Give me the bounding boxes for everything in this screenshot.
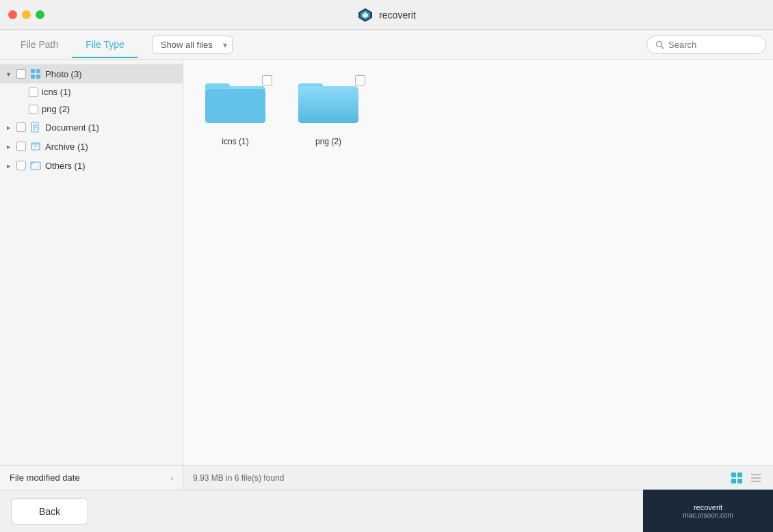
- svg-rect-21: [205, 89, 265, 123]
- filter-select[interactable]: Show all files Photos Videos Audio Docum…: [152, 36, 233, 54]
- file-modified-date-label: File modified date: [10, 473, 80, 483]
- svg-rect-29: [737, 479, 742, 483]
- tab-bar: File Path File Type Show all files Photo…: [0, 30, 773, 60]
- chevron-down-icon: ▾: [7, 70, 16, 78]
- document-checkbox[interactable]: [16, 122, 26, 132]
- title-bar: recoverit: [0, 0, 773, 30]
- photo-label: Photo (3): [45, 69, 81, 79]
- others-icon: [29, 159, 42, 172]
- others-checkbox[interactable]: [16, 161, 26, 170]
- sidebar-bottom-date[interactable]: File modified date ›: [0, 465, 183, 490]
- maximize-button[interactable]: [36, 10, 44, 19]
- filter-select-wrapper: Show all files Photos Videos Audio Docum…: [152, 36, 233, 54]
- bottom-bar: Back recoverit mac.orsoon.com: [0, 490, 773, 532]
- folder-icon-icns: [205, 78, 265, 126]
- sidebar-item-photo[interactable]: ▾ Photo (3): [0, 64, 183, 83]
- chevron-right-icon2: ▸: [7, 143, 16, 150]
- file-item-icns-checkbox[interactable]: [262, 75, 272, 85]
- file-item-png-checkbox[interactable]: [355, 75, 365, 85]
- sidebar-scroll: ▾ Photo (3) icns (1): [0, 60, 183, 465]
- svg-rect-5: [31, 69, 35, 73]
- file-item-icns[interactable]: icns (1): [194, 71, 276, 146]
- view-toggle: [729, 470, 763, 486]
- sidebar-item-archive[interactable]: ▸ Archive (1): [0, 137, 183, 156]
- photo-icon: [29, 68, 42, 80]
- archive-checkbox[interactable]: [16, 142, 26, 151]
- svg-rect-6: [36, 69, 40, 73]
- sidebar: ▾ Photo (3) icns (1): [0, 60, 183, 490]
- status-text: 9.93 MB in 6 file(s) found: [193, 473, 284, 483]
- archive-icon: [29, 140, 42, 152]
- svg-line-4: [661, 46, 664, 49]
- watermark-line1: recoverit: [694, 503, 722, 511]
- svg-rect-25: [298, 86, 358, 123]
- svg-rect-28: [731, 479, 736, 483]
- file-grid: icns (1): [183, 60, 773, 465]
- photo-checkbox[interactable]: [16, 69, 26, 79]
- others-label: Others (1): [45, 161, 86, 171]
- logo-icon: [357, 7, 374, 23]
- chevron-right-icon3: ▸: [7, 162, 16, 170]
- chevron-right-icon4: ›: [170, 474, 173, 482]
- watermark: recoverit mac.orsoon.com: [643, 490, 773, 532]
- search-input[interactable]: [668, 40, 757, 50]
- icns-checkbox[interactable]: [29, 88, 38, 97]
- sidebar-item-icns[interactable]: icns (1): [0, 83, 183, 101]
- png-checkbox[interactable]: [29, 105, 38, 114]
- svg-rect-26: [731, 473, 736, 477]
- sidebar-item-others[interactable]: ▸ Others (1): [0, 156, 183, 175]
- list-view-button[interactable]: [748, 470, 763, 486]
- tab-file-type[interactable]: File Type: [72, 32, 138, 58]
- watermark-line2: mac.orsoon.com: [683, 511, 733, 519]
- search-icon: [655, 40, 664, 49]
- file-item-png[interactable]: png (2): [287, 71, 369, 146]
- minimize-button[interactable]: [22, 10, 31, 19]
- status-bar: 9.93 MB in 6 file(s) found: [183, 465, 773, 490]
- app-name: recoverit: [379, 10, 416, 21]
- folder-icon-png: [298, 78, 358, 126]
- png-label: png (2): [42, 104, 70, 114]
- traffic-lights: [8, 10, 44, 19]
- svg-rect-14: [31, 143, 40, 145]
- tab-file-path[interactable]: File Path: [7, 32, 72, 58]
- sidebar-item-document[interactable]: ▸ Document (1): [0, 118, 183, 137]
- filter-container: Show all files Photos Videos Audio Docum…: [152, 36, 233, 54]
- svg-rect-8: [36, 75, 40, 79]
- file-label-png: png (2): [287, 137, 369, 146]
- app-logo: recoverit: [357, 7, 416, 23]
- chevron-right-icon: ▸: [7, 124, 16, 131]
- sidebar-item-png[interactable]: png (2): [0, 101, 183, 118]
- close-button[interactable]: [8, 10, 17, 19]
- back-button[interactable]: Back: [11, 498, 88, 524]
- archive-label: Archive (1): [45, 142, 88, 152]
- icns-label: icns (1): [42, 87, 71, 97]
- svg-rect-27: [737, 473, 742, 477]
- grid-view-button[interactable]: [729, 470, 744, 486]
- file-label-icns: icns (1): [194, 137, 276, 146]
- document-icon: [29, 121, 42, 133]
- svg-rect-7: [31, 75, 35, 79]
- main-content: ▾ Photo (3) icns (1): [0, 60, 773, 490]
- file-area: icns (1): [183, 60, 773, 490]
- document-label: Document (1): [45, 122, 99, 133]
- search-box: [646, 36, 766, 54]
